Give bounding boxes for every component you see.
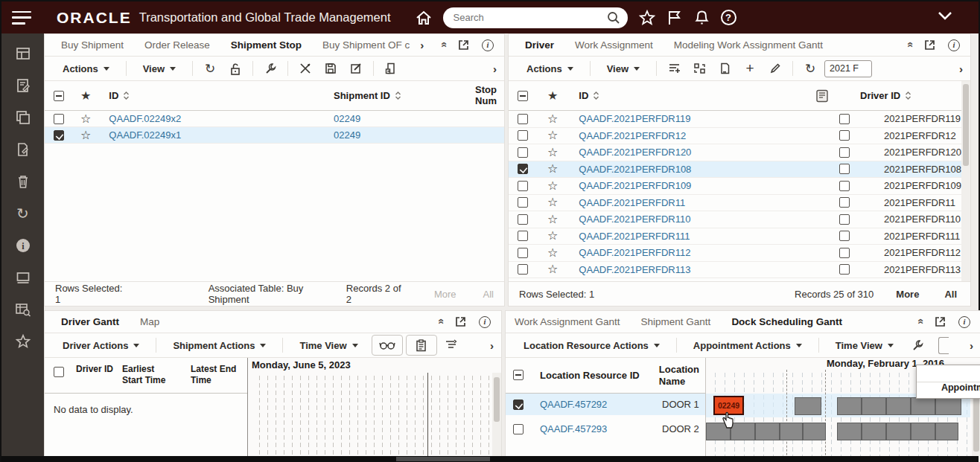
appointment-bar[interactable] [795,397,821,415]
toolbar-overflow-chevron-icon[interactable]: › [959,62,963,75]
driver-row-7[interactable]: ☆QAADF.2021PERFDR1102021PERFDR110 [509,211,970,228]
notes-checkbox[interactable] [839,197,850,208]
row-checkbox[interactable] [518,197,528,208]
driver-row-4[interactable]: ☆QAADF.2021PERFDR1082021PERFDR108 [509,161,970,179]
view-menu-button[interactable]: View [133,63,186,74]
tab-dock-scheduling-gantt[interactable]: Dock Scheduling Gantt [731,316,842,327]
select-all-checkbox[interactable] [54,367,64,377]
row-checkbox[interactable] [513,424,524,434]
pencil-icon[interactable] [764,59,786,78]
notes-checkbox[interactable] [839,114,850,124]
driver-gid-link[interactable]: QAADF.2021PERFDR111 [579,231,690,242]
actions-menu-button[interactable]: Actions [52,63,120,74]
add-icon[interactable]: + [739,59,761,78]
dock-row-1[interactable]: QAADF.457292 DOOR 1 [506,394,705,415]
popout-panel-icon[interactable] [924,39,935,51]
appointment-bar[interactable] [755,423,780,440]
favorite-star-icon[interactable]: ☆ [80,113,91,125]
favorite-star-icon[interactable]: ☆ [547,147,558,158]
driver-row-10[interactable]: ☆QAADF.2021PERFDR1132021PERFDR113 [509,262,970,279]
actions-menu-button[interactable]: Actions [516,63,584,74]
delete-trash-icon[interactable] [15,173,31,190]
shipment-actions-menu-button[interactable]: Shipment Actions [162,340,276,351]
save-icon[interactable] [319,59,342,78]
favorites-star-icon[interactable] [638,9,656,27]
new-document-icon[interactable] [713,59,736,78]
hierarchy-list-icon[interactable] [440,336,462,355]
sort-icon[interactable] [395,91,401,100]
column-header-stop-num[interactable]: Stop Num [471,85,504,107]
view-menu-button[interactable]: View [596,63,650,74]
document-edit-icon[interactable] [15,141,31,158]
column-header-location-name[interactable]: Location Name [659,364,705,388]
all-link[interactable]: All [944,289,957,300]
notes-checkbox[interactable] [839,130,850,141]
sort-icon[interactable] [123,91,130,100]
sort-icon[interactable] [905,91,911,100]
collapse-panel-icon[interactable]: » [903,43,915,48]
tools-icon[interactable] [294,59,316,78]
vertical-scrollbar[interactable] [961,81,970,281]
form-edit-icon[interactable] [15,77,31,94]
time-view-menu-button[interactable]: Time View [825,340,904,351]
driver-gid-link[interactable]: QAADF.2021PERFDR11 [579,197,685,208]
tab-shipment-stop[interactable]: Shipment Stop [231,39,302,51]
info-icon[interactable]: i [15,237,31,254]
location-resource-link[interactable]: QAADF.457293 [540,423,652,434]
tab-buy-shipment-of[interactable]: Buy Shipment OF c [322,39,410,51]
tab-driver[interactable]: Driver [525,39,554,51]
column-header-location-resource-id[interactable]: Location Resource ID [540,370,649,382]
tab-work-assignment-gantt[interactable]: Work Assignment Gantt [515,316,620,327]
flag-icon[interactable] [666,9,683,27]
favorite-star-icon[interactable]: ☆ [547,230,558,242]
saved-query-input[interactable] [824,60,872,77]
row-checkbox[interactable] [518,147,528,158]
notifications-bell-icon[interactable] [693,9,710,27]
table-search-icon[interactable] [15,301,31,318]
panel-info-icon[interactable]: i [958,316,970,328]
favorite-star-icon[interactable]: ☆ [547,214,558,225]
collapse-panel-icon[interactable]: » [434,320,446,324]
header-collapse-chevron-icon[interactable] [937,10,953,21]
driver-gid-link[interactable]: QAADF.2021PERFDR110 [579,214,690,225]
column-header-shipment-id[interactable]: Shipment ID [334,90,471,101]
tab-buy-shipment[interactable]: Buy Shipment [61,39,124,51]
driver-row-1[interactable]: ☆QAADF.2021PERFDR1192021PERFDR119 [509,111,970,128]
sort-icon[interactable] [593,91,599,100]
favorite-star-icon[interactable]: ☆ [547,263,558,275]
driver-row-6[interactable]: ☆QAADF.2021PERFDR112021PERFDR11 [509,195,970,212]
popout-panel-icon[interactable] [935,316,946,327]
location-resource-actions-menu-button[interactable]: Location Resource Actions [513,340,670,351]
all-link[interactable]: All [483,289,494,300]
appointment-bar[interactable] [862,423,886,440]
tab-map[interactable]: Map [140,316,159,327]
row-checkbox[interactable] [54,130,64,141]
appointment-bar[interactable] [886,397,911,415]
edit-icon[interactable] [345,59,367,78]
appointment-bar[interactable] [886,423,911,440]
row-checkbox[interactable] [513,400,524,410]
driver-gid-link[interactable]: QAADF.2021PERFDR12 [579,130,686,141]
favorite-star-icon[interactable]: ☆ [80,129,91,141]
favorite-star-icon[interactable]: ☆ [547,196,558,208]
favorite-star-icon[interactable]: ☆ [547,113,558,125]
row-checkbox[interactable] [518,214,528,225]
clipped-input-field[interactable] [938,337,949,354]
favorite-star-icon[interactable]: ☆ [547,247,558,259]
select-all-checkbox[interactable] [513,370,524,380]
vertical-scrollbar[interactable] [492,373,501,462]
appointment-bar[interactable] [803,423,826,440]
row-checkbox[interactable] [518,231,528,241]
favorite-star-icon[interactable]: ☆ [547,163,558,175]
time-view-menu-button[interactable]: Time View [289,340,368,351]
gantt-time-grid[interactable] [252,373,491,462]
appointment-bar[interactable] [935,423,958,440]
panel-info-icon[interactable]: i [948,39,960,51]
collapse-panel-icon[interactable]: » [437,43,449,48]
favorite-star-icon[interactable]: ☆ [547,180,558,192]
appointment-bar[interactable] [837,423,862,440]
row-checkbox[interactable] [518,181,528,191]
swap-grid-icon[interactable] [688,59,710,78]
notes-checkbox[interactable] [839,264,850,275]
wrench-icon[interactable] [907,336,929,355]
